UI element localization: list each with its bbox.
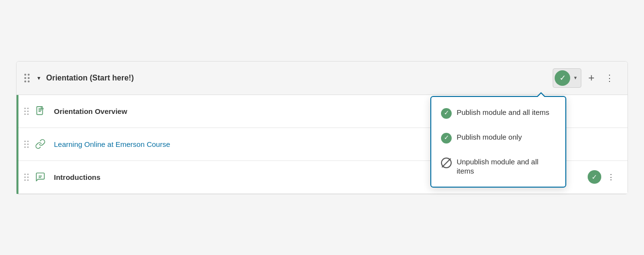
module-publish-check-button[interactable]: ✓ (555, 70, 570, 86)
dropdown-item-publish-only[interactable]: ✓ Publish module only (431, 126, 565, 150)
svg-rect-0 (37, 107, 43, 115)
module-collapse-button[interactable]: ▾ (35, 74, 42, 82)
unpublish-all-icon (441, 158, 452, 168)
link-icon (33, 136, 48, 152)
publish-only-icon: ✓ (441, 133, 452, 143)
discussion-icon (33, 169, 48, 185)
green-check-circle-2: ✓ (441, 133, 452, 143)
publish-all-icon: ✓ (441, 108, 452, 119)
dropdown-item-publish-all[interactable]: ✓ Publish module and all items (431, 101, 565, 126)
module-publish-group: ✓ ▾ ✓ Publish module and all items ✓ (553, 68, 581, 88)
module-drag-handle[interactable] (22, 72, 32, 84)
item-publish-check-button-3[interactable]: ✓ (588, 170, 601, 184)
green-check-circle-1: ✓ (441, 108, 452, 119)
publish-dropdown-menu: ✓ Publish module and all items ✓ Publish… (430, 96, 566, 188)
module-header: ▾ Orientation (Start here!) ✓ ▾ ✓ Publis… (17, 62, 627, 95)
dropdown-arrow-inner (537, 94, 545, 97)
publish-only-label: Publish module only (457, 132, 522, 142)
module-container: ▾ Orientation (Start here!) ✓ ▾ ✓ Publis… (16, 61, 628, 194)
publish-all-label: Publish module and all items (457, 108, 549, 117)
page-icon (33, 103, 48, 119)
module-header-left: ▾ Orientation (Start here!) (22, 72, 134, 84)
item-drag-handle-2[interactable] (22, 139, 33, 150)
no-entry-circle (441, 158, 452, 168)
item-more-button-3[interactable]: ⋮ (604, 172, 618, 183)
module-more-button[interactable]: ⋮ (601, 72, 618, 84)
unpublish-all-label: Unpublish module and all items (457, 157, 556, 176)
dropdown-item-unpublish-all[interactable]: Unpublish module and all items (431, 150, 565, 183)
item-drag-handle-3[interactable] (22, 172, 33, 183)
module-add-button[interactable]: + (584, 71, 598, 85)
module-title: Orientation (Start here!) (46, 74, 134, 82)
module-header-right: ✓ ▾ ✓ Publish module and all items ✓ (553, 68, 618, 88)
item-actions-3: ✓ ⋮ (588, 170, 618, 184)
item-drag-handle-1[interactable] (22, 106, 33, 117)
module-publish-dropdown-button[interactable]: ▾ (570, 73, 581, 83)
